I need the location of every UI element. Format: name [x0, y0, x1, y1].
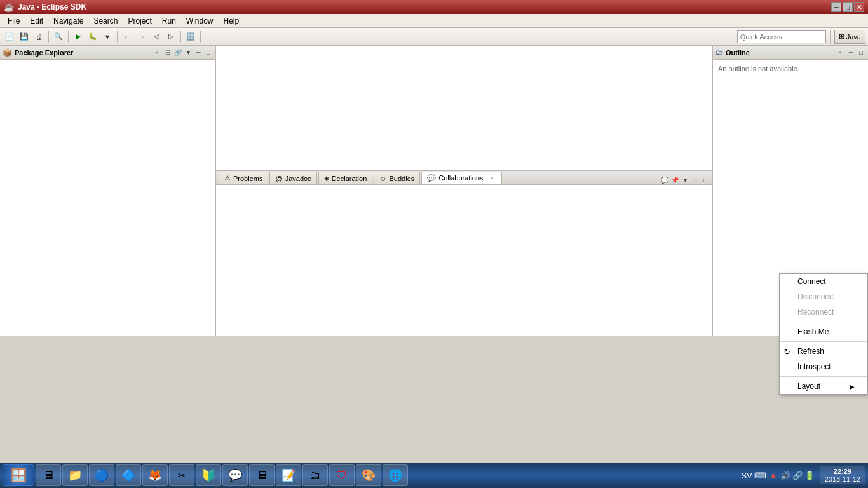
package-explorer-header: 📦 Package Explorer × ⊟ 🔗 ▾ ─ □ [0, 46, 215, 60]
back-button[interactable]: ◁ [149, 30, 163, 44]
package-explorer-close[interactable]: × [153, 49, 161, 57]
minimize-button[interactable]: ─ [831, 2, 841, 12]
perspective-label: Java [846, 33, 861, 41]
disconnect-label: Disconnect [797, 292, 835, 301]
layout-label: Layout [797, 382, 820, 391]
taskbar-app-mcafee[interactable]: 🛡 [329, 464, 355, 486]
bottom-minimize-button[interactable]: ─ [691, 175, 700, 184]
quick-access-input[interactable] [737, 30, 826, 43]
dropdown-connect[interactable]: Connect [780, 274, 867, 289]
tray-notify: 🔺 [768, 471, 778, 480]
bottom-dropdown-button[interactable]: ▾ [681, 175, 689, 184]
debug-button[interactable]: 🐛 [86, 30, 100, 44]
taskbar-app-2[interactable]: 📁 [62, 464, 88, 486]
bottom-share-button[interactable]: 💬 [660, 175, 669, 184]
tab-collaborations[interactable]: 💬 Collaborations × [421, 172, 501, 184]
dropdown-flash-me[interactable]: Flash Me [780, 324, 867, 339]
save-button[interactable]: 💾 [17, 30, 31, 44]
close-button[interactable]: ✕ [854, 2, 864, 12]
declaration-label: Declaration [332, 175, 367, 182]
dropdown-sep-2 [780, 341, 867, 342]
taskbar-time[interactable]: 22:29 2013-11-12 [820, 466, 865, 484]
forward-button[interactable]: ▷ [164, 30, 178, 44]
separator-5 [200, 31, 201, 43]
next-edit-button[interactable]: → [135, 30, 149, 44]
dropdown-disconnect: Disconnect [780, 289, 867, 304]
dropdown-layout[interactable]: Layout ▶ [780, 379, 867, 394]
menu-project[interactable]: Project [123, 15, 156, 27]
print-button[interactable]: 🖨 [32, 30, 46, 44]
taskbar-app-skype[interactable]: 💬 [222, 464, 248, 486]
tray-speaker: 🔊 [780, 471, 790, 480]
taskbar-app-11[interactable]: 🗂 [302, 464, 328, 486]
editor-area[interactable] [216, 46, 712, 170]
bottom-panel: ⚠ Problems @ Javadoc ◈ Declaration ☺ Bud… [216, 170, 712, 336]
tray-lang: SV [741, 471, 752, 480]
toolbar-group-file: 📄 💾 🖨 [3, 30, 46, 44]
outline-icon: 🗂 [715, 48, 723, 57]
tab-declaration[interactable]: ◈ Declaration [318, 172, 373, 184]
windows-logo: 🪟 [11, 468, 27, 483]
separator-2 [68, 31, 69, 43]
taskbar-app-13[interactable]: 🎨 [356, 464, 381, 486]
maximize-button[interactable]: □ [843, 2, 853, 12]
prev-edit-button[interactable]: ← [120, 30, 134, 44]
outline-controls: ─ □ [846, 48, 865, 57]
dropdown-introspect[interactable]: Introspect [780, 359, 867, 374]
menu-run[interactable]: Run [157, 15, 181, 27]
outline-title: Outline [726, 49, 834, 57]
collaborations-close[interactable]: × [489, 174, 496, 182]
separator-3 [117, 31, 118, 43]
perspective-button[interactable]: ⊞ Java [834, 30, 865, 44]
run-last-button[interactable]: ▼ [100, 30, 114, 44]
outline-close[interactable]: × [836, 49, 844, 57]
maximize-panel-button[interactable]: □ [204, 48, 213, 57]
outline-maximize-button[interactable]: □ [857, 48, 865, 57]
package-explorer-title: Package Explorer [15, 49, 151, 57]
declaration-icon: ◈ [324, 174, 329, 182]
new-button[interactable]: 📄 [3, 30, 17, 44]
tray-keyboard: ⌨ [754, 471, 766, 480]
taskbar-app-4[interactable]: 🔷 [116, 464, 141, 486]
taskbar-app-word[interactable]: 📝 [276, 464, 301, 486]
bottom-tabs-bar: ⚠ Problems @ Javadoc ◈ Declaration ☺ Bud… [216, 171, 712, 185]
tab-buddies[interactable]: ☺ Buddies [374, 172, 420, 184]
taskbar-app-14[interactable]: 🌐 [383, 464, 408, 486]
bottom-pin-button[interactable]: 📌 [670, 175, 679, 184]
minimize-panel-button[interactable]: ─ [194, 48, 203, 57]
taskbar-app-1[interactable]: 🖥 [36, 464, 61, 486]
menu-edit[interactable]: Edit [25, 15, 48, 27]
view-menu-button[interactable]: ▾ [184, 48, 193, 57]
taskbar-app-7[interactable]: 🔰 [196, 464, 221, 486]
taskbar-app-9[interactable]: 🖥 [249, 464, 275, 486]
menu-navigate[interactable]: Navigate [48, 15, 88, 27]
menu-window[interactable]: Window [181, 15, 219, 27]
collapse-all-button[interactable]: ⊟ [163, 48, 172, 57]
menu-search[interactable]: Search [88, 15, 123, 27]
taskbar-app-firefox[interactable]: 🦊 [142, 464, 168, 486]
dropdown-refresh[interactable]: ↻ Refresh [780, 344, 867, 359]
buddies-icon: ☺ [379, 175, 386, 182]
menu-file[interactable]: File [3, 15, 25, 27]
problems-icon: ⚠ [224, 174, 231, 182]
search-button[interactable]: 🔍 [51, 30, 65, 44]
bottom-content [216, 185, 712, 336]
javadoc-label: Javadoc [285, 175, 311, 182]
menu-help[interactable]: Help [219, 15, 245, 27]
package-explorer-content [0, 60, 215, 336]
link-editor-button[interactable]: 🔗 [173, 48, 182, 57]
outline-minimize-button[interactable]: ─ [846, 48, 855, 57]
open-type-button[interactable]: 🔠 [184, 30, 198, 44]
taskbar-app-6[interactable]: ✂ [169, 464, 194, 486]
taskbar-app-ie[interactable]: 🔵 [89, 464, 114, 486]
menu-bar: File Edit Navigate Search Project Run Wi… [0, 14, 868, 28]
dropdown-reconnect: Reconnect [780, 304, 867, 320]
run-button[interactable]: ▶ [71, 30, 85, 44]
left-panel: 📦 Package Explorer × ⊟ 🔗 ▾ ─ □ [0, 46, 216, 336]
start-button[interactable]: 🪟 [3, 464, 34, 486]
bottom-maximize-button[interactable]: □ [701, 175, 710, 184]
clock-date: 2013-11-12 [825, 475, 860, 483]
tab-javadoc[interactable]: @ Javadoc [269, 172, 316, 184]
tab-problems[interactable]: ⚠ Problems [219, 172, 268, 184]
package-explorer-controls: ⊟ 🔗 ▾ ─ □ [163, 48, 213, 57]
